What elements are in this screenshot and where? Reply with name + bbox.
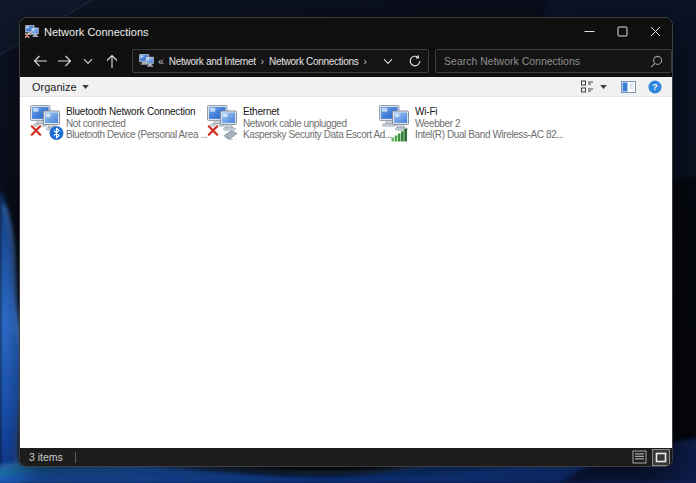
ethernet-plug-icon <box>225 131 237 140</box>
search-placeholder: Search Network Connections <box>444 55 650 67</box>
connection-name[interactable]: Ethernet <box>243 106 392 118</box>
view-selector-icon <box>581 80 594 93</box>
navigation-toolbar: « Network and Internet › Network Connect… <box>20 45 672 77</box>
refresh-button[interactable] <box>409 55 421 67</box>
recent-locations-button[interactable] <box>76 48 100 74</box>
wifi-connection-icon <box>379 105 413 143</box>
titlebar[interactable]: Network Connections <box>20 18 672 45</box>
connection-item-wifi[interactable]: Wi-Fi Weebber 2 Intel(R) Dual Band Wirel… <box>379 105 563 143</box>
details-view-button[interactable] <box>630 449 649 465</box>
address-bar[interactable]: « Network and Internet › Network Connect… <box>132 49 429 73</box>
help-button[interactable]: ? <box>648 80 662 94</box>
statusbar-divider <box>75 452 76 463</box>
network-connections-window: Network Connections <box>19 17 673 467</box>
connection-name[interactable]: Bluetooth Network Connection <box>66 106 208 118</box>
connection-device: Bluetooth Device (Personal Area ... <box>66 129 208 141</box>
breadcrumb-separator[interactable]: › <box>261 56 264 67</box>
command-bar: Organize <box>20 77 672 97</box>
forward-icon <box>57 54 72 68</box>
status-bar: 3 items <box>20 448 672 466</box>
change-view-dropdown-arrow-icon <box>600 85 607 89</box>
forward-button[interactable] <box>52 48 76 74</box>
breadcrumb-network-connections[interactable]: Network Connections <box>269 56 358 67</box>
connection-status: Not connected <box>66 118 208 130</box>
maximize-button[interactable] <box>606 18 639 45</box>
desktop: Network Connections <box>0 0 696 483</box>
change-view-button[interactable] <box>581 80 607 93</box>
breadcrumb-network-and-internet[interactable]: Network and Internet <box>169 56 256 67</box>
preview-pane-icon <box>621 81 636 93</box>
minimize-button[interactable] <box>573 18 606 45</box>
connection-device: Kaspersky Security Data Escort Ad... <box>243 129 392 141</box>
connection-item-ethernet[interactable]: Ethernet Network cable unplugged Kaspers… <box>207 105 392 143</box>
maximize-icon <box>617 26 628 37</box>
details-view-icon <box>632 450 647 464</box>
up-button[interactable] <box>100 48 124 74</box>
address-location-icon <box>139 54 154 68</box>
bluetooth-connection-icon <box>30 105 64 143</box>
organize-label: Organize <box>32 81 77 93</box>
large-icons-view-button[interactable] <box>652 449 670 466</box>
breadcrumb-collapsed-chevrons[interactable]: « <box>158 55 164 67</box>
back-button[interactable] <box>28 48 52 74</box>
signal-bars-icon <box>392 129 407 142</box>
minimize-icon <box>584 26 595 37</box>
items-count: 3 items <box>29 451 63 463</box>
chevron-down-icon <box>83 58 93 65</box>
search-box[interactable]: Search Network Connections <box>435 49 672 73</box>
connection-device: Intel(R) Dual Band Wireless-AC 82... <box>415 129 563 141</box>
search-icon[interactable] <box>650 55 663 68</box>
preview-pane-button[interactable] <box>621 81 636 93</box>
organize-button[interactable]: Organize <box>32 81 89 93</box>
refresh-icon <box>409 55 421 67</box>
file-list-area[interactable]: Bluetooth Network Connection Not connect… <box>20 97 672 448</box>
back-icon <box>33 54 48 68</box>
connection-status: Weebber 2 <box>415 118 563 130</box>
ethernet-connection-icon <box>207 105 241 143</box>
large-icons-view-icon <box>655 452 667 463</box>
organize-dropdown-arrow-icon <box>82 85 89 89</box>
breadcrumb-separator[interactable]: › <box>363 56 366 67</box>
svg-text:?: ? <box>652 82 657 92</box>
up-arrow-icon <box>105 54 119 69</box>
network-connections-app-icon <box>25 25 39 38</box>
window-title: Network Connections <box>44 26 149 38</box>
help-icon: ? <box>648 80 662 94</box>
connection-item-bluetooth[interactable]: Bluetooth Network Connection Not connect… <box>30 105 208 143</box>
connection-name[interactable]: Wi-Fi <box>415 106 563 118</box>
bluetooth-badge-icon <box>50 126 63 139</box>
close-icon <box>650 26 661 37</box>
chevron-down-icon <box>383 58 393 65</box>
connection-status: Network cable unplugged <box>243 118 392 130</box>
close-button[interactable] <box>639 18 672 45</box>
address-history-dropdown[interactable] <box>383 58 393 65</box>
